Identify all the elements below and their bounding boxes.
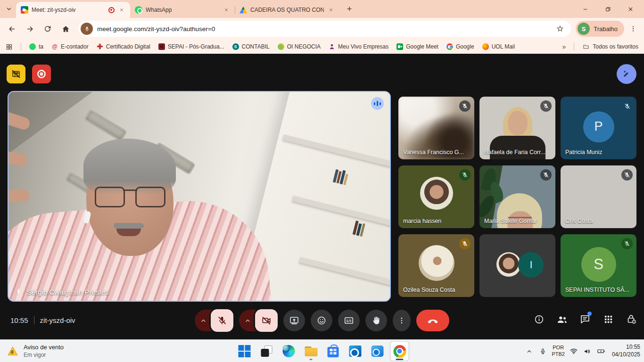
uol-icon xyxy=(482,43,489,50)
file-explorer-button[interactable] xyxy=(302,342,320,361)
bookmark-label: Google xyxy=(456,43,474,50)
participant-tile[interactable]: Cris Costa xyxy=(561,165,636,228)
ceiling-light xyxy=(84,109,127,142)
participant-tile[interactable]: S SEPAI INSTITUTO SÃ... xyxy=(561,234,636,297)
mic-off-icon xyxy=(459,238,471,249)
people-button[interactable] xyxy=(556,313,568,325)
host-controls-button[interactable] xyxy=(625,313,637,325)
bookmark-google[interactable]: Google xyxy=(446,43,474,50)
tab-close-icon[interactable] xyxy=(118,6,125,14)
tab-close-icon[interactable] xyxy=(223,6,230,14)
bookmark-meu-vivo[interactable]: Meu Vivo Empresas xyxy=(329,43,388,50)
edge-button[interactable] xyxy=(280,342,298,361)
outlook-new-button[interactable] xyxy=(369,342,387,361)
end-call-button[interactable] xyxy=(416,310,449,331)
wifi-icon[interactable] xyxy=(569,345,578,357)
battery-icon[interactable] xyxy=(596,345,606,357)
back-button[interactable] xyxy=(4,21,20,37)
microsoft-store-button[interactable] xyxy=(324,342,342,361)
bookmark-contabil[interactable]: SCONTABIL xyxy=(232,43,270,50)
home-button[interactable] xyxy=(58,21,74,37)
whatsapp-icon xyxy=(29,43,36,50)
tab-close-icon[interactable] xyxy=(327,6,335,14)
mic-off-icon xyxy=(540,100,552,112)
chat-button[interactable] xyxy=(579,313,591,325)
language-indicator[interactable]: POR PTB2 xyxy=(552,345,565,358)
restore-button[interactable] xyxy=(600,2,616,16)
captions-button[interactable] xyxy=(338,310,360,331)
participant-tile[interactable]: marcia hassen xyxy=(398,165,474,228)
bookmarks-bar: ta @E-contador ✚Certificado Digital SEPA… xyxy=(0,40,644,54)
profile-chip[interactable]: S Trabalho xyxy=(576,21,624,37)
reload-button[interactable] xyxy=(40,21,56,37)
recording-indicator-badge xyxy=(32,65,51,83)
participant-tile[interactable]: I xyxy=(479,234,555,297)
drive-favicon-icon xyxy=(239,6,247,14)
tray-mic-icon[interactable] xyxy=(538,345,547,357)
bookmark-ta[interactable]: ta xyxy=(29,43,43,50)
camera-off-button[interactable] xyxy=(255,309,278,332)
folder-icon xyxy=(582,43,590,50)
profile-name: Trabalho xyxy=(594,25,618,33)
participant-tile[interactable]: Maria Salete Gomar xyxy=(479,165,555,228)
bookmark-apps-icon[interactable] xyxy=(6,43,13,50)
all-bookmarks-button[interactable]: Todos os favoritos xyxy=(582,43,638,50)
more-options-button[interactable] xyxy=(393,310,411,331)
outlook-classic-button[interactable] xyxy=(347,342,364,361)
bookmark-certificado-digital[interactable]: ✚Certificado Digital xyxy=(97,43,150,50)
bookmark-e-contador[interactable]: @E-contador xyxy=(51,43,89,50)
tab-whatsapp[interactable]: WhatsApp xyxy=(130,2,235,18)
task-view-button[interactable] xyxy=(258,342,276,361)
bookmark-oi-negocia[interactable]: OI NEGOCIA xyxy=(278,43,321,50)
chat-notification-dot xyxy=(587,312,592,316)
clock[interactable]: 10:55 04/10/2025 xyxy=(612,344,640,358)
gemini-take-notes-button[interactable] xyxy=(617,64,636,84)
participant-tile[interactable]: Ozilea Souza Costa xyxy=(398,234,474,297)
tab-title: Meet: zit-yszd-oiv xyxy=(32,7,105,13)
new-tab-button[interactable]: + xyxy=(343,3,355,15)
mic-muted-button[interactable] xyxy=(211,309,233,332)
activities-disabled-badge xyxy=(7,65,25,83)
start-button[interactable] xyxy=(236,342,254,361)
activities-button[interactable] xyxy=(602,313,614,325)
volume-icon[interactable] xyxy=(583,345,592,357)
weather-widget[interactable]: Aviso de vento Em vigor xyxy=(7,340,64,362)
at-sign-icon: @ xyxy=(51,43,58,50)
browser-menu-icon[interactable] xyxy=(626,21,640,37)
participant-name: SEPAI INSTITUTO SÃ... xyxy=(565,287,629,293)
present-screen-button[interactable] xyxy=(283,310,305,331)
tab-meet[interactable]: Meet: zit-yszd-oiv xyxy=(16,2,130,18)
meet-icon xyxy=(396,43,403,50)
bookmark-uol-mail[interactable]: UOL Mail xyxy=(482,43,515,50)
participant-tile[interactable]: P Patricia Muniz xyxy=(561,97,636,159)
chrome-button[interactable] xyxy=(391,342,409,361)
main-video-tile[interactable]: Sérgio Cwaigman Prestes xyxy=(8,91,391,302)
url-text[interactable]: meet.google.com/zit-yszd-oiv?authuser=0 xyxy=(97,25,548,33)
profile-avatar: S xyxy=(578,23,590,35)
weather-status: Em vigor xyxy=(24,352,64,359)
tab-drive-document[interactable]: CADEIRA OS QUATRO CONCEIT xyxy=(235,2,339,18)
bookmark-star-icon[interactable] xyxy=(552,21,568,37)
tab-search-chevron-icon[interactable] xyxy=(3,3,15,15)
forward-button[interactable] xyxy=(22,21,38,37)
tray-chevron-icon[interactable] xyxy=(524,345,534,357)
reactions-button[interactable] xyxy=(311,310,332,331)
mic-off-icon xyxy=(540,169,552,181)
close-button[interactable] xyxy=(622,2,638,16)
meeting-details-button[interactable] xyxy=(533,313,545,325)
bookmark-label: OI NEGOCIA xyxy=(287,43,321,50)
outlook-icon xyxy=(349,346,362,357)
minimize-button[interactable] xyxy=(577,2,593,16)
system-tray: POR PTB2 10:55 04/10/2025 xyxy=(524,340,640,362)
raise-hand-button[interactable] xyxy=(365,310,387,331)
mic-off-icon xyxy=(459,169,471,181)
site-mic-permission-icon[interactable] xyxy=(81,23,93,35)
bookmarks-overflow-chevron[interactable]: » xyxy=(562,43,566,50)
address-bar[interactable]: meet.google.com/zit-yszd-oiv?authuser=0 xyxy=(78,21,571,37)
bookmark-sepai[interactable]: SEPAI - Pós-Gradua... xyxy=(158,43,224,50)
participant-video xyxy=(490,136,545,159)
bookmark-google-meet[interactable]: Google Meet xyxy=(396,43,438,50)
participant-tile[interactable]: Vanessa Francisco G... xyxy=(398,97,474,159)
participant-tile[interactable]: Rafaela de Faria Corr... xyxy=(479,97,555,159)
browser-toolbar: meet.google.com/zit-yszd-oiv?authuser=0 … xyxy=(0,18,644,40)
